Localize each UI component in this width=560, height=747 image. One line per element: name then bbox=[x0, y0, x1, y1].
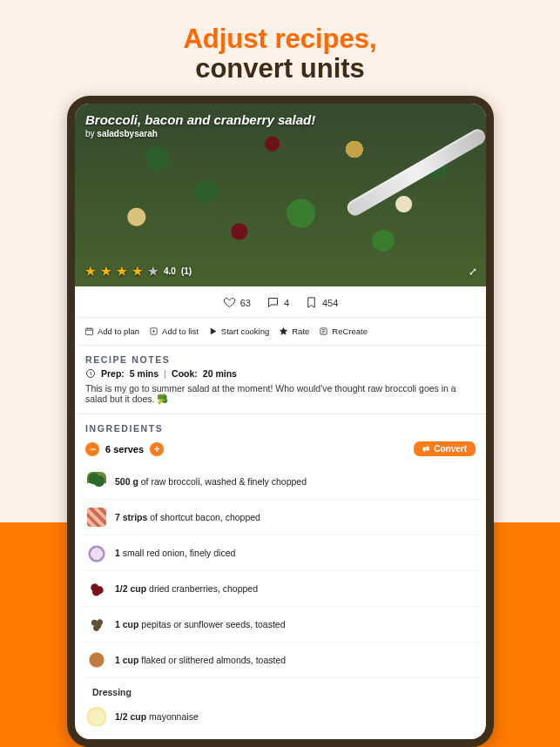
comments-count: 4 bbox=[284, 298, 289, 308]
decrease-servings-button[interactable] bbox=[85, 442, 99, 456]
add-to-plan-button[interactable]: Add to plan bbox=[84, 325, 140, 338]
recreate-button[interactable]: ReCreate bbox=[318, 325, 368, 338]
add-to-list-button[interactable]: Add to list bbox=[148, 325, 199, 338]
recreate-icon bbox=[319, 326, 328, 336]
promo-headline: Adjust recipes, convert units bbox=[0, 0, 560, 96]
promo-line-1: Adjust recipes, bbox=[0, 24, 560, 54]
svg-rect-0 bbox=[85, 328, 92, 334]
recipe-author[interactable]: by saladsbysarah bbox=[85, 129, 476, 138]
increase-servings-button[interactable] bbox=[150, 442, 164, 456]
prep-label: Prep: bbox=[101, 368, 125, 379]
heart-icon bbox=[223, 296, 236, 309]
promo-line-2: convert units bbox=[195, 53, 365, 84]
recipe-notes-text: This is my go to summer salad at the mom… bbox=[85, 383, 476, 405]
rate-button[interactable]: Rate bbox=[278, 325, 310, 338]
ingredient-text: dried cranberries, chopped bbox=[146, 583, 258, 594]
broccoli-icon bbox=[87, 472, 106, 491]
rating-count: (1) bbox=[181, 266, 192, 276]
star-icon: ★ bbox=[85, 265, 96, 278]
dressing-heading: Dressing bbox=[80, 678, 481, 699]
ingredient-row[interactable]: 1 cup flaked or slithered almonds, toast… bbox=[80, 643, 481, 678]
play-icon bbox=[208, 326, 218, 336]
ingredient-text: mayonnaise bbox=[146, 711, 199, 722]
seeds-icon bbox=[87, 615, 106, 634]
ingredient-row[interactable]: 500 g of raw broccoli, washed & finely c… bbox=[80, 464, 481, 500]
mayonnaise-icon bbox=[87, 707, 106, 726]
rating-value: 4.0 bbox=[164, 266, 176, 276]
ingredient-qty: 1 cup bbox=[115, 619, 138, 629]
star-icon: ★ bbox=[132, 265, 143, 278]
prep-value: 5 mins bbox=[130, 368, 159, 379]
ingredient-row[interactable]: 1 cup pepitas or sunflower seeds, toaste… bbox=[80, 607, 481, 643]
cranberry-icon bbox=[87, 579, 106, 598]
star-icon: ★ bbox=[117, 265, 127, 278]
star-icon bbox=[279, 326, 288, 336]
like-button[interactable]: 63 bbox=[223, 296, 251, 309]
ingredient-row[interactable]: 7 strips of shortcut bacon, chopped bbox=[80, 500, 481, 535]
almond-icon bbox=[84, 648, 109, 672]
list-add-icon bbox=[149, 326, 159, 336]
ingredient-text: small red onion, finely diced bbox=[120, 548, 236, 558]
clock-icon bbox=[85, 368, 96, 379]
time-meta: Prep: 5 mins | Cook: 20 mins bbox=[85, 368, 476, 379]
ingredient-text: of raw broccoli, washed & finely chopped bbox=[138, 476, 307, 487]
action-bar: Add to plan Add to list Start cooking Ra… bbox=[75, 318, 486, 346]
servings-label: 6 serves bbox=[105, 444, 144, 454]
recipe-title: Broccoli, bacon and cranberry salad! bbox=[85, 112, 476, 127]
ingredients-heading: INGREDIENTS bbox=[75, 414, 486, 437]
start-cooking-button[interactable]: Start cooking bbox=[207, 325, 270, 338]
recipe-notes-heading: RECIPE NOTES bbox=[75, 346, 486, 368]
comment-icon bbox=[267, 296, 280, 309]
device-frame: Broccoli, bacon and cranberry salad! by … bbox=[67, 96, 494, 747]
star-icon: ★ bbox=[148, 265, 159, 278]
onion-icon bbox=[87, 543, 106, 562]
calendar-icon bbox=[84, 326, 94, 336]
save-button[interactable]: 454 bbox=[305, 296, 338, 309]
bacon-icon bbox=[87, 508, 106, 527]
cook-label: Cook: bbox=[172, 368, 198, 379]
ingredient-row[interactable]: 1/2 cup mayonnaise bbox=[80, 699, 481, 735]
cook-value: 20 mins bbox=[203, 368, 237, 379]
expand-icon[interactable]: ⤢ bbox=[469, 266, 477, 278]
saves-count: 454 bbox=[322, 298, 338, 308]
likes-count: 63 bbox=[240, 298, 251, 308]
ingredient-text: of shortcut bacon, chopped bbox=[147, 512, 260, 522]
ingredient-text: pepitas or sunflower seeds, toasted bbox=[138, 619, 285, 629]
ingredient-qty: 1 cup bbox=[115, 655, 138, 665]
ingredient-qty: 7 strips bbox=[115, 512, 147, 522]
star-icon: ★ bbox=[101, 265, 111, 278]
ingredient-qty: 1/2 cup bbox=[115, 711, 146, 722]
ingredient-row[interactable]: 1/2 cup dried cranberries, chopped bbox=[80, 571, 481, 607]
ingredient-qty: 500 g bbox=[115, 476, 138, 487]
comment-button[interactable]: 4 bbox=[267, 296, 289, 309]
ingredient-text: flaked or slithered almonds, toasted bbox=[138, 655, 286, 665]
ingredient-row[interactable]: 1 small red onion, finely diced bbox=[80, 535, 481, 571]
ingredient-qty: 1/2 cup bbox=[115, 583, 146, 594]
engagement-bar: 63 4 454 bbox=[75, 286, 486, 318]
recipe-hero-image[interactable]: Broccoli, bacon and cranberry salad! by … bbox=[75, 104, 486, 286]
convert-units-button[interactable]: Convert bbox=[414, 441, 476, 456]
rating-row[interactable]: ★ ★ ★ ★ ★ 4.0 (1) bbox=[85, 265, 192, 278]
bookmark-icon bbox=[305, 296, 318, 309]
